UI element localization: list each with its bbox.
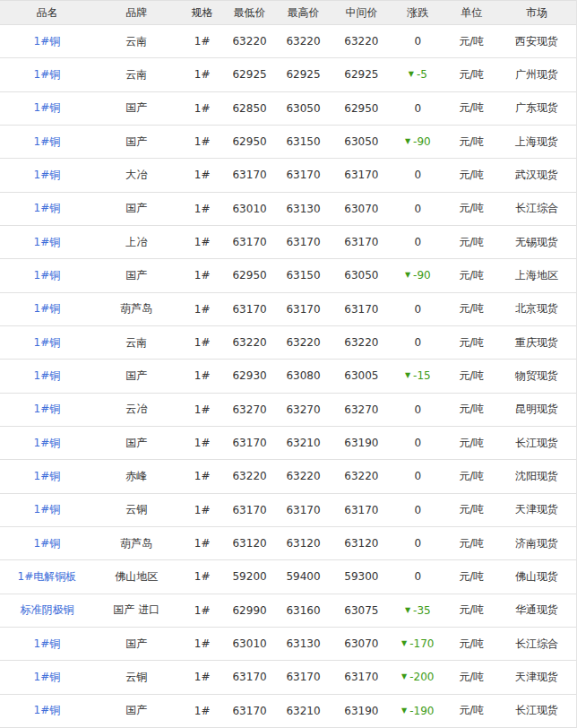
change-value: -90 (413, 269, 431, 282)
product-cell: 1#铜 (0, 193, 94, 225)
table-row: 1#铜国产1#6301063130630700元/吨长江综合 (0, 193, 576, 226)
low-price-cell: 63170 (226, 293, 274, 325)
product-link[interactable]: 1#铜 (34, 168, 61, 183)
spec-cell: 1# (179, 527, 226, 559)
product-link[interactable]: 1#铜 (34, 402, 61, 417)
high-price-cell: 62925 (274, 58, 333, 91)
product-link[interactable]: 1#铜 (34, 536, 61, 551)
high-price-cell: 63210 (274, 427, 333, 459)
product-cell: 1#铜 (0, 661, 94, 693)
table-row: 1#铜大冶1#6317063170631700元/吨武汉现货 (0, 159, 576, 192)
down-arrow-icon: ▼ (401, 673, 407, 680)
spec-cell: 1# (179, 594, 226, 627)
change-value: -190 (409, 705, 434, 717)
product-cell: 1#铜 (0, 259, 94, 291)
product-link[interactable]: 1#铜 (34, 502, 61, 517)
table-row: 1#铜国产1#629506315063050▼-90元/吨上海地区 (0, 259, 576, 292)
change-value: -15 (413, 369, 431, 382)
product-cell: 1#铜 (0, 126, 94, 158)
table-row: 1#铜云冶1#6327063270632700元/吨昆明现货 (0, 394, 576, 427)
product-link[interactable]: 1#铜 (34, 436, 61, 451)
product-link[interactable]: 1#铜 (34, 469, 61, 484)
unit-cell: 元/吨 (445, 661, 497, 693)
change-cell: ▼-5 (390, 58, 445, 91)
change-cell: ▼-90 (390, 259, 445, 291)
market-cell: 华通现货 (497, 594, 576, 627)
product-link[interactable]: 1#铜 (34, 703, 61, 718)
unit-cell: 元/吨 (445, 360, 497, 392)
table-row: 1#铜葫芦岛1#6312063120631200元/吨济南现货 (0, 527, 576, 560)
change-cell: 0 (390, 226, 445, 258)
high-price-cell: 59400 (274, 560, 333, 593)
low-price-cell: 63170 (226, 427, 274, 459)
mid-price-cell: 63190 (332, 427, 390, 459)
product-cell: 1#铜 (0, 326, 94, 359)
market-cell: 西安现货 (497, 25, 576, 57)
change-cell: 0 (390, 494, 445, 526)
product-link[interactable]: 1#铜 (34, 637, 61, 652)
high-price-cell: 63220 (274, 326, 333, 359)
product-link[interactable]: 1#铜 (34, 201, 61, 216)
high-price-cell: 63150 (274, 126, 333, 158)
unit-cell: 元/吨 (445, 460, 497, 492)
change-value: -35 (413, 604, 431, 617)
down-arrow-icon: ▼ (401, 640, 407, 647)
unit-cell: 元/吨 (445, 259, 497, 291)
product-link[interactable]: 1#电解铜板 (18, 569, 77, 585)
market-cell: 长江现货 (497, 695, 576, 727)
high-price-cell: 63170 (274, 494, 333, 526)
low-price-cell: 63170 (226, 695, 274, 727)
mid-price-cell: 63170 (332, 293, 390, 325)
high-price-cell: 63170 (274, 661, 333, 693)
product-link[interactable]: 1#铜 (34, 235, 61, 250)
product-cell: 1#铜 (0, 226, 94, 258)
price-table: 品名品牌规格最低价最高价中间价涨跌单位市场 1#铜云南1#63220632206… (0, 0, 577, 728)
low-price-cell: 62950 (226, 259, 274, 291)
unit-cell: 元/吨 (445, 695, 497, 727)
low-price-cell: 63270 (226, 394, 274, 426)
product-link[interactable]: 1#铜 (34, 335, 61, 351)
market-cell: 沈阳现货 (497, 460, 576, 492)
column-header-brand: 品牌 (94, 1, 179, 24)
low-price-cell: 63170 (226, 661, 274, 693)
brand-cell: 云南 (94, 25, 179, 57)
product-link[interactable]: 1#铜 (34, 34, 61, 49)
change-cell: 0 (390, 159, 445, 191)
spec-cell: 1# (179, 427, 226, 459)
mid-price-cell: 63220 (332, 460, 390, 492)
product-link[interactable]: 1#铜 (34, 268, 61, 283)
change-cell: ▼-200 (390, 661, 445, 693)
high-price-cell: 63170 (274, 226, 333, 258)
product-cell: 1#电解铜板 (0, 560, 94, 593)
unit-cell: 元/吨 (445, 594, 497, 627)
table-row: 1#铜云南1#629256292562925▼-5元/吨广州现货 (0, 58, 576, 91)
mid-price-cell: 59300 (332, 560, 390, 593)
brand-cell: 葫芦岛 (94, 293, 179, 325)
brand-cell: 云铜 (94, 494, 179, 526)
brand-cell: 国产 (94, 92, 179, 125)
mid-price-cell: 63050 (332, 126, 390, 158)
spec-cell: 1# (179, 360, 226, 392)
market-cell: 昆明现货 (497, 394, 576, 426)
product-link[interactable]: 1#铜 (34, 368, 61, 384)
product-link[interactable]: 1#铜 (34, 100, 61, 116)
product-link[interactable]: 1#铜 (34, 670, 61, 685)
brand-cell: 国产 (94, 259, 179, 291)
product-link[interactable]: 1#铜 (34, 67, 61, 82)
table-row: 1#铜葫芦岛1#6317063170631700元/吨北京现货 (0, 293, 576, 326)
product-link[interactable]: 1#铜 (34, 301, 61, 316)
market-cell: 广州现货 (497, 58, 576, 91)
table-row: 1#铜国产1#629506315063050▼-90元/吨上海现货 (0, 126, 576, 159)
product-link[interactable]: 1#铜 (34, 134, 61, 150)
unit-cell: 元/吨 (445, 159, 497, 191)
product-link[interactable]: 标准阴极铜 (20, 602, 73, 618)
brand-cell: 国产 (94, 193, 179, 225)
brand-cell: 国产 (94, 360, 179, 392)
market-cell: 武汉现货 (497, 159, 576, 191)
column-header-spec: 规格 (179, 1, 226, 24)
table-row: 标准阴极铜国产 进口1#629906316063075▼-35元/吨华通现货 (0, 594, 576, 628)
table-row: 1#铜国产1#629306308063005▼-15元/吨物贸现货 (0, 360, 576, 393)
unit-cell: 元/吨 (445, 226, 497, 258)
unit-cell: 元/吨 (445, 560, 497, 593)
change-cell: 0 (390, 92, 445, 125)
